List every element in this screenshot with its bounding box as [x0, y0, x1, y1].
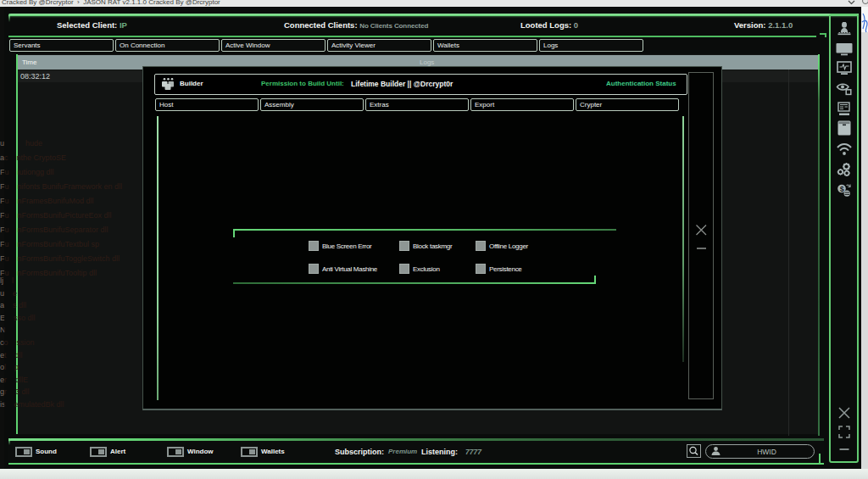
svg-text:$: $ [840, 185, 844, 193]
